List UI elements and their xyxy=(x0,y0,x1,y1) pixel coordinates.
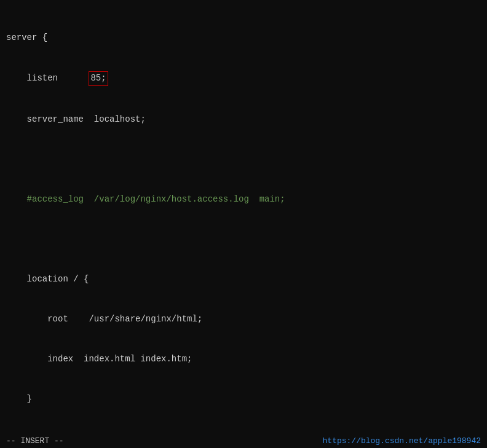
highlight-port: 85; xyxy=(89,71,108,86)
code-content: server { listen 85; server_name localhos… xyxy=(0,5,487,448)
line-7: location / { xyxy=(6,273,481,286)
line-4 xyxy=(6,153,481,167)
line-3: server_name localhost; xyxy=(6,113,481,127)
insert-mode-label: -- INSERT -- xyxy=(6,436,64,446)
blog-url: https://blog.csdn.net/apple198942 xyxy=(323,436,481,446)
line-2: listen 85; xyxy=(6,71,481,86)
line-6 xyxy=(6,233,481,246)
status-bar: -- INSERT -- https://blog.csdn.net/apple… xyxy=(0,434,487,448)
line-10: } xyxy=(6,393,481,406)
line-9: index index.html index.htm; xyxy=(6,353,481,366)
line-5: #access_log /var/log/nginx/host.access.l… xyxy=(6,193,481,206)
line-1: server { xyxy=(6,31,481,45)
editor-container: server { listen 85; server_name localhos… xyxy=(0,0,487,448)
line-8: root /usr/share/nginx/html; xyxy=(6,313,481,326)
